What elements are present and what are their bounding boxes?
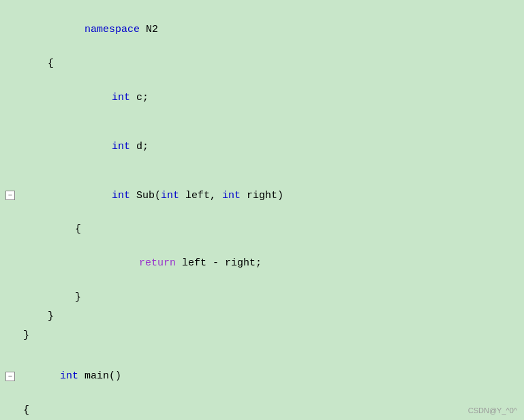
code-text: {	[20, 402, 29, 418]
code-text: }	[20, 308, 54, 324]
line-main-func: − int main()	[0, 352, 524, 401]
gutter-collapse[interactable]: −	[0, 191, 20, 200]
line-brace-open2: {	[0, 220, 524, 239]
code-container: namespace N2 { int c; int d; − int Sub(i…	[0, 0, 524, 420]
watermark: CSDN@Y_^0^	[468, 406, 517, 415]
keyword-int-main: int	[60, 370, 78, 382]
code-text: }	[20, 289, 81, 305]
line-main-brace-open: {	[0, 401, 524, 420]
line-brace-close3: }	[0, 326, 524, 345]
gutter-collapse-main[interactable]: −	[0, 372, 20, 381]
code-text: {	[20, 221, 81, 237]
collapse-icon-main[interactable]: −	[5, 372, 15, 381]
code-text: int main()	[20, 353, 121, 400]
line-brace-open1: {	[0, 54, 524, 74]
code-text: int d;	[20, 123, 149, 171]
keyword-return: return	[139, 257, 176, 269]
keyword-int-left: int	[161, 190, 179, 201]
code-text: return left - right;	[20, 240, 262, 287]
collapse-icon[interactable]: −	[5, 191, 15, 200]
line-return: return left - right;	[0, 239, 524, 288]
code-text: namespace N2	[20, 6, 158, 54]
line-sub-func: − int Sub(int left, int right)	[0, 171, 524, 220]
code-text: }	[20, 327, 29, 343]
code-text: {	[20, 56, 54, 71]
line-brace-close2: }	[0, 307, 524, 326]
line-namespace: namespace N2	[0, 5, 524, 54]
code-text: int Sub(int left, int right)	[20, 172, 283, 219]
keyword-namespace: namespace	[84, 24, 140, 35]
keyword-int-d: int	[112, 141, 130, 152]
keyword-int-c: int	[112, 92, 130, 103]
keyword-int-right: int	[222, 190, 241, 201]
line-int-c: int c;	[0, 74, 524, 123]
keyword-int-sub: int	[112, 190, 130, 201]
section-gap	[0, 345, 524, 352]
line-int-d: int d;	[0, 123, 524, 172]
code-text: int c;	[20, 74, 149, 122]
line-brace-close1: }	[0, 288, 524, 307]
